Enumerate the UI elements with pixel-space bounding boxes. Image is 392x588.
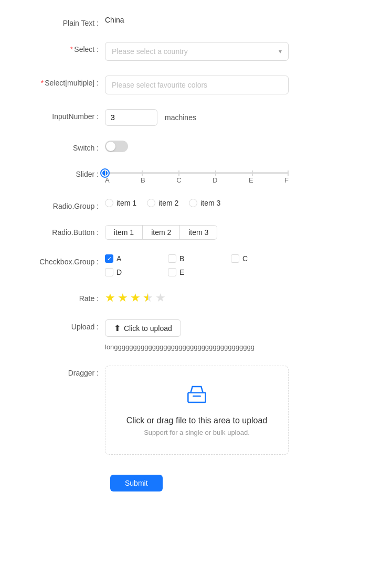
checkbox-d[interactable]: D: [105, 268, 168, 276]
radio-group-row: Radio.Group : item 1 item 2 item 3: [21, 199, 371, 210]
star-2[interactable]: ★: [118, 291, 128, 305]
colors-select[interactable]: Please select favourite colors: [105, 76, 289, 94]
radio-circle-2: [147, 199, 155, 207]
star-4[interactable]: ★ ★: [143, 291, 153, 305]
radio-item-2[interactable]: item 2: [147, 199, 178, 207]
submit-row: Submit: [21, 469, 371, 491]
slider-label-b: B: [141, 176, 145, 184]
plain-text-value: China: [105, 16, 124, 24]
checkbox-box-a: [105, 254, 113, 263]
dragger-content: Click or drag file to this area to uploa…: [105, 366, 371, 455]
radio-item-3[interactable]: item 3: [189, 199, 220, 207]
chevron-down-icon: ▾: [279, 48, 282, 55]
input-number-row: InputNumber : machines: [21, 109, 371, 126]
radio-btn-1[interactable]: item 1: [105, 226, 143, 239]
checkbox-b[interactable]: B: [168, 254, 231, 263]
upload-filename: longgggggggggggggggggggggggggggggggggggg: [105, 343, 371, 351]
radio-group: item 1 item 2 item 3: [105, 199, 220, 207]
checkbox-e[interactable]: E: [168, 268, 231, 276]
select-multiple-label: *Select[multiple] :: [21, 76, 105, 87]
number-input[interactable]: [105, 109, 157, 126]
submit-button[interactable]: Submit: [110, 475, 163, 491]
radio-item-1[interactable]: item 1: [105, 199, 136, 207]
switch-toggle[interactable]: [105, 141, 128, 152]
select-label: *Select :: [21, 42, 105, 54]
select-row: *Select : Please select a country ▾: [21, 42, 371, 61]
checkbox-group-content: A B C D E: [105, 254, 371, 276]
checkbox-c[interactable]: C: [231, 254, 294, 263]
radio-btn-2[interactable]: item 2: [143, 226, 180, 239]
checkbox-label-e: E: [179, 268, 184, 276]
slider-wrapper: A B C D E F: [105, 167, 289, 184]
rate-label: Rate :: [21, 291, 105, 303]
radio-circle-3: [189, 199, 197, 207]
switch-knob: [106, 142, 115, 151]
slider-content: A B C D E F: [105, 167, 371, 184]
input-number-content: machines: [105, 109, 371, 126]
star-half-fill: ★: [143, 291, 148, 305]
upload-button[interactable]: ⬆ Click to upload: [105, 319, 181, 337]
checkbox-box-d: [105, 268, 113, 276]
upload-label: Upload :: [21, 319, 105, 331]
checkbox-box-b: [168, 254, 176, 263]
radio-button-label: Radio.Button :: [21, 225, 105, 237]
radio-btn-3[interactable]: item 3: [180, 226, 217, 239]
radio-button-content: item 1 item 2 item 3: [105, 225, 371, 240]
dragger-sub-text: Support for a single or bulk upload.: [144, 429, 250, 436]
select-multiple-row: *Select[multiple] : Please select favour…: [21, 76, 371, 94]
plain-text-row: Plain Text : China: [21, 16, 371, 27]
input-suffix: machines: [165, 113, 196, 122]
required-star: *: [70, 45, 73, 54]
checkbox-box-e: [168, 268, 176, 276]
upload-icon: ⬆: [114, 323, 121, 333]
slider-label-a: A: [105, 176, 110, 184]
switch-content: [105, 141, 371, 152]
required-star-multi: *: [41, 79, 44, 87]
slider-label: Slider :: [21, 167, 105, 178]
dragger-main-text: Click or drag file to this area to uploa…: [126, 416, 268, 425]
country-select-placeholder: Please select a country: [112, 47, 188, 56]
radio-circle-1: [105, 199, 113, 207]
checkbox-group-label: Checkbox.Group :: [21, 254, 105, 266]
radio-group-content: item 1 item 2 item 3: [105, 199, 371, 207]
country-select[interactable]: Please select a country ▾: [105, 42, 289, 61]
slider-track[interactable]: [105, 172, 289, 174]
dragger-label: Dragger :: [21, 366, 105, 377]
dragger-area[interactable]: Click or drag file to this area to uploa…: [105, 366, 289, 455]
upload-row: Upload : ⬆ Click to upload longggggggggg…: [21, 319, 371, 351]
select-content: Please select a country ▾: [105, 42, 371, 61]
plain-text-label: Plain Text :: [21, 16, 105, 27]
upload-button-label: Click to upload: [124, 324, 172, 333]
select-multiple-content: Please select favourite colors: [105, 76, 371, 94]
checkbox-box-c: [231, 254, 239, 263]
slider-label-e: E: [249, 176, 253, 184]
checkbox-a[interactable]: A: [105, 254, 168, 263]
checkbox-group: A B C D E: [105, 254, 294, 276]
rate-content: ★ ★ ★ ★ ★ ★: [105, 291, 371, 305]
checkbox-group-row: Checkbox.Group : A B C D: [21, 254, 371, 276]
radio-group-label: Radio.Group :: [21, 199, 105, 210]
star-5[interactable]: ★: [155, 291, 166, 305]
form-container: Plain Text : China *Select : Please sele…: [0, 0, 392, 507]
switch-label: Switch :: [21, 141, 105, 152]
star-3[interactable]: ★: [130, 291, 141, 305]
plain-text-content: China: [105, 16, 371, 24]
radio-label-2: item 2: [158, 199, 178, 207]
colors-select-placeholder: Please select favourite colors: [112, 81, 207, 89]
checkbox-label-a: A: [116, 254, 121, 263]
slider-row: Slider : A B C D: [21, 167, 371, 184]
radio-label-3: item 3: [200, 199, 220, 207]
inbox-icon: [186, 384, 207, 410]
input-number-label: InputNumber :: [21, 109, 105, 121]
slider-label-d: D: [213, 176, 217, 184]
radio-label-1: item 1: [116, 199, 136, 207]
slider-label-c: C: [176, 176, 181, 184]
slider-label-f: F: [284, 176, 289, 184]
checkbox-label-d: D: [116, 268, 122, 276]
upload-content: ⬆ Click to upload longgggggggggggggggggg…: [105, 319, 371, 351]
radio-button-row: Radio.Button : item 1 item 2 item 3: [21, 225, 371, 240]
star-1[interactable]: ★: [105, 291, 115, 305]
radio-btn-group: item 1 item 2 item 3: [105, 225, 217, 240]
switch-row: Switch :: [21, 141, 371, 152]
rate-row: Rate : ★ ★ ★ ★ ★ ★: [21, 291, 371, 305]
